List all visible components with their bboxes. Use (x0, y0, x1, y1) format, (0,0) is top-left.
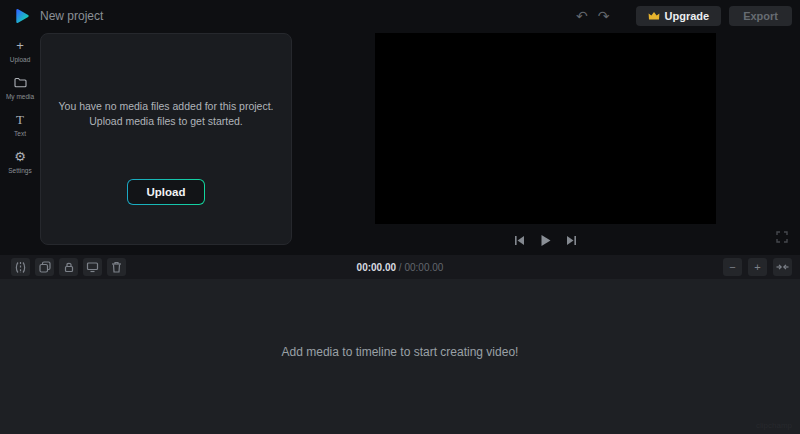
timeline-toolbar: 00:00.00 / 00:00.00 − + (0, 255, 800, 279)
redo-icon[interactable]: ↷ (598, 9, 610, 23)
upgrade-button[interactable]: Upgrade (636, 6, 722, 26)
picture-in-picture-icon[interactable] (83, 258, 102, 276)
upgrade-label: Upgrade (665, 10, 710, 22)
time-separator: / (396, 262, 404, 273)
app-logo-icon[interactable] (13, 7, 31, 25)
zoom-in-button[interactable]: + (748, 258, 767, 276)
sidebar-item-text[interactable]: T Text (0, 106, 40, 143)
sidebar-item-my-media[interactable]: My media (0, 69, 40, 106)
upload-button[interactable]: Upload (128, 180, 204, 204)
sidebar-item-label: Settings (8, 167, 32, 174)
skip-end-icon[interactable] (566, 235, 577, 246)
export-label: Export (743, 10, 778, 22)
upload-button-border: Upload (127, 179, 205, 205)
watermark-text: clipchamp (756, 421, 792, 430)
sidebar-item-label: My media (6, 93, 34, 100)
sidebar-item-label: Upload (10, 56, 31, 63)
timeline-body[interactable]: Add media to timeline to start creating … (0, 279, 800, 434)
header: New project ↶ ↷ Upgrade Export (0, 0, 800, 32)
video-preview (375, 33, 716, 224)
gear-icon: ⚙ (14, 150, 26, 164)
text-icon: T (16, 113, 24, 127)
plus-icon: + (16, 39, 24, 53)
sidebar-item-settings[interactable]: ⚙ Settings (0, 143, 40, 180)
export-button[interactable]: Export (729, 6, 792, 26)
sidebar-item-label: Text (14, 130, 26, 137)
header-actions: ↶ ↷ Upgrade Export (576, 0, 792, 32)
zoom-out-button[interactable]: − (723, 258, 742, 276)
lock-icon[interactable] (59, 258, 78, 276)
current-time: 00:00.00 (357, 262, 396, 273)
crown-icon (648, 11, 660, 21)
transport-controls (375, 230, 716, 250)
total-time: 00:00.00 (404, 262, 443, 273)
duplicate-icon[interactable] (35, 258, 54, 276)
play-icon[interactable] (539, 234, 552, 247)
sidebar: + Upload My media T Text ⚙ Settings (0, 32, 40, 255)
delete-icon[interactable] (107, 258, 126, 276)
timeline-empty-message: Add media to timeline to start creating … (0, 345, 800, 359)
history-controls: ↶ ↷ (576, 9, 609, 23)
app-window: New project ↶ ↷ Upgrade Export + Upload (0, 0, 800, 434)
zoom-controls: − + (723, 258, 792, 276)
page-title: New project (40, 9, 103, 23)
folder-icon (14, 76, 27, 90)
media-empty-message: You have no media files added for this p… (41, 99, 291, 129)
fullscreen-icon[interactable] (776, 231, 788, 243)
skip-start-icon[interactable] (514, 235, 525, 246)
media-panel: You have no media files added for this p… (40, 33, 292, 245)
undo-icon[interactable]: ↶ (576, 9, 588, 23)
split-icon[interactable] (11, 258, 30, 276)
zoom-fit-icon[interactable] (773, 258, 792, 276)
sidebar-item-upload[interactable]: + Upload (0, 32, 40, 69)
